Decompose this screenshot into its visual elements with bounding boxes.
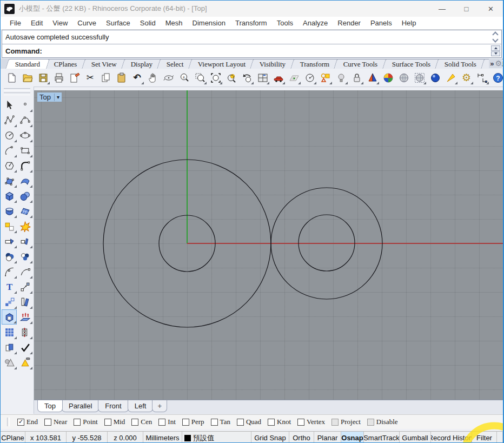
selection-filter-icon[interactable] bbox=[319, 71, 332, 85]
menu-file[interactable]: File bbox=[5, 19, 26, 27]
print-icon[interactable] bbox=[52, 71, 65, 85]
surface-plane-icon[interactable] bbox=[2, 173, 17, 188]
menu-curve[interactable]: Curve bbox=[72, 19, 101, 27]
array-icon[interactable] bbox=[2, 294, 17, 309]
menu-help[interactable]: Help bbox=[397, 19, 421, 27]
menu-tools[interactable]: Tools bbox=[272, 19, 298, 27]
status-gumball[interactable]: Gumball bbox=[400, 432, 431, 443]
status-smarttrack[interactable]: SmartTrack bbox=[364, 432, 400, 443]
move-icon[interactable] bbox=[17, 279, 32, 294]
copy-objects-icon[interactable] bbox=[2, 340, 17, 355]
viewport-tab-parallel[interactable]: Parallel bbox=[62, 400, 99, 412]
menu-solid[interactable]: Solid bbox=[135, 19, 161, 27]
solid-union-icon[interactable] bbox=[2, 309, 17, 325]
new-document-icon[interactable] bbox=[5, 71, 18, 85]
osnap-point[interactable]: Point bbox=[74, 418, 97, 426]
command-spin-up-icon[interactable] bbox=[491, 45, 500, 51]
tab-visibility[interactable]: Visibility bbox=[250, 59, 296, 69]
osnap-cen[interactable]: Cen bbox=[131, 418, 152, 426]
command-input[interactable]: Command: bbox=[2, 44, 501, 57]
history-scroll-up-icon[interactable] bbox=[492, 31, 499, 36]
control-point-curve-icon[interactable] bbox=[17, 113, 32, 128]
arc-icon[interactable] bbox=[2, 143, 17, 158]
tab-set-view[interactable]: Set View bbox=[82, 59, 127, 69]
open-file-icon[interactable] bbox=[21, 71, 34, 85]
surface-revolve-icon[interactable] bbox=[2, 203, 17, 219]
split-icon[interactable] bbox=[17, 234, 32, 249]
curve-fillet-corner-icon[interactable] bbox=[17, 158, 32, 173]
explode-icon[interactable] bbox=[17, 219, 32, 234]
close-button[interactable]: ✕ bbox=[479, 1, 503, 17]
surface-sweep-icon[interactable] bbox=[17, 203, 32, 219]
undo-view-change-icon[interactable] bbox=[240, 71, 254, 85]
xray-viewport-icon[interactable] bbox=[413, 71, 426, 85]
cplane-icon[interactable] bbox=[287, 71, 301, 85]
shaded-viewport-icon[interactable] bbox=[366, 71, 379, 85]
trim-icon[interactable] bbox=[2, 234, 17, 249]
menu-dimension[interactable]: Dimension bbox=[188, 19, 230, 27]
status-units[interactable]: Millimeters bbox=[143, 432, 182, 443]
boolean-difference-icon[interactable] bbox=[17, 249, 32, 264]
viewport-tab-left[interactable]: Left bbox=[128, 400, 154, 412]
osnap-near[interactable]: Near bbox=[44, 418, 67, 426]
help-icon[interactable]: ? bbox=[491, 71, 504, 85]
edit-notes-icon[interactable] bbox=[68, 71, 81, 85]
text-object-icon[interactable]: T bbox=[2, 279, 17, 294]
array-grid-icon[interactable] bbox=[2, 325, 17, 340]
extend-curve-icon[interactable] bbox=[17, 264, 32, 279]
menu-surface[interactable]: Surface bbox=[101, 19, 135, 27]
maximize-button[interactable]: □ bbox=[454, 1, 479, 17]
osnap-int[interactable]: Int bbox=[158, 418, 175, 426]
tab-cplanes[interactable]: CPlanes bbox=[44, 59, 87, 69]
tab-standard[interactable]: Standard bbox=[5, 59, 50, 69]
viewport-tab-front[interactable]: Front bbox=[98, 400, 128, 412]
zoom-window-icon[interactable] bbox=[193, 71, 207, 85]
tab-solid-tools[interactable]: Solid Tools bbox=[435, 59, 486, 69]
zoom-extents-icon[interactable] bbox=[209, 71, 222, 85]
rotate-view-icon[interactable] bbox=[162, 71, 175, 85]
extrude-surface-icon[interactable] bbox=[17, 309, 32, 325]
status-layer[interactable]: 預設值 bbox=[182, 432, 251, 443]
tab-overflow-icon[interactable]: » bbox=[490, 59, 494, 68]
history-scroll-down-icon[interactable] bbox=[492, 38, 499, 43]
menu-view[interactable]: View bbox=[48, 19, 72, 27]
rendered-viewport-icon[interactable] bbox=[381, 71, 395, 85]
polygon-icon[interactable] bbox=[2, 158, 17, 173]
fillet-curves-icon[interactable] bbox=[2, 264, 17, 279]
tab-surface-tools[interactable]: Surface Tools bbox=[382, 59, 440, 69]
status-filter[interactable]: Filter bbox=[472, 432, 497, 443]
boolean-union-icon[interactable] bbox=[2, 249, 17, 264]
four-viewports-icon[interactable] bbox=[256, 71, 269, 85]
status-cplane[interactable]: CPlane bbox=[1, 432, 25, 443]
status-osnap[interactable]: Osnap bbox=[341, 432, 364, 443]
lock-icon[interactable] bbox=[350, 71, 363, 85]
point-icon[interactable] bbox=[17, 97, 32, 113]
osnap-knot[interactable]: Knot bbox=[268, 418, 291, 426]
osnap-perp[interactable]: Perp bbox=[182, 418, 204, 426]
select-check-icon[interactable] bbox=[17, 340, 32, 355]
menu-analyze[interactable]: Analyze bbox=[298, 19, 333, 27]
offset-curve-icon[interactable] bbox=[17, 294, 32, 309]
cone-icon[interactable] bbox=[2, 355, 17, 370]
status-grid-snap[interactable]: Grid Snap bbox=[251, 432, 289, 443]
dimension-icon[interactable] bbox=[475, 71, 489, 85]
section-icon[interactable] bbox=[17, 325, 32, 340]
menu-transform[interactable]: Transform bbox=[230, 19, 272, 27]
viewport-top[interactable]: Top ▾ bbox=[34, 90, 503, 400]
polyline-icon[interactable] bbox=[2, 113, 17, 128]
join-puzzle-icon[interactable] bbox=[2, 219, 17, 234]
ellipse-icon[interactable] bbox=[17, 128, 32, 143]
tab-curve-tools[interactable]: Curve Tools bbox=[334, 59, 387, 69]
tab-viewport-layout[interactable]: Viewport Layout bbox=[188, 59, 255, 69]
status-record-history[interactable]: Record History bbox=[431, 432, 472, 443]
command-history[interactable]: Autosave completed successfully bbox=[2, 30, 501, 44]
status-ortho[interactable]: Ortho bbox=[289, 432, 314, 443]
osnap-grip[interactable] bbox=[7, 418, 10, 426]
lamp-icon[interactable] bbox=[334, 71, 348, 85]
ghosted-viewport-icon[interactable] bbox=[397, 71, 410, 85]
tab-transform[interactable]: Transform bbox=[290, 59, 339, 69]
options-icon[interactable]: ⚙ bbox=[460, 71, 473, 85]
tab-gear-icon[interactable]: ⚙ bbox=[495, 59, 502, 68]
copy-icon[interactable] bbox=[99, 71, 112, 85]
select-arrow-icon[interactable] bbox=[2, 97, 17, 113]
